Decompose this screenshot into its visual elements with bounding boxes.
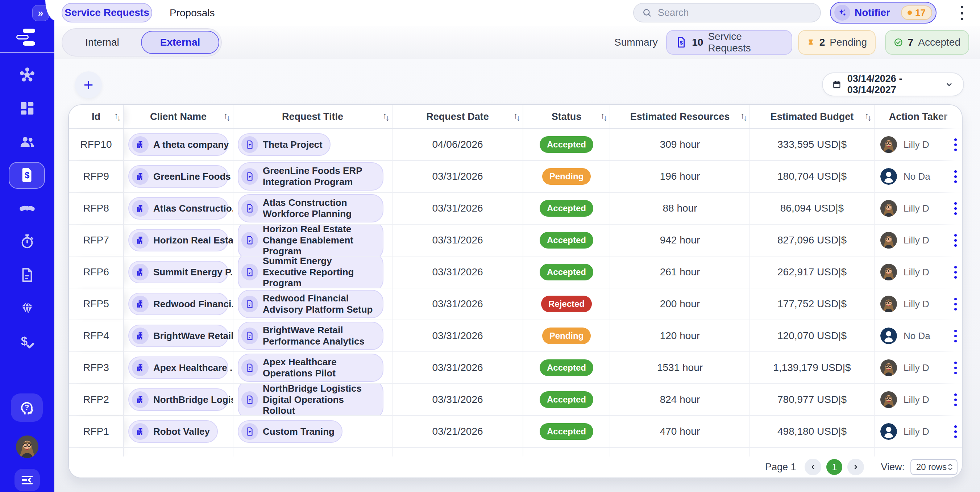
request-title: Atlas Construction Workforce Planning xyxy=(263,197,375,219)
sidebar-item-clients[interactable] xyxy=(0,129,54,155)
sidebar-item-hub[interactable] xyxy=(0,62,54,88)
document-icon xyxy=(245,299,255,309)
table-row: RFP2 NorthBridge Logis... NorthBridge Lo… xyxy=(69,384,962,416)
request-title-chip[interactable]: Horizon Real Estate Change Enablement Pr… xyxy=(238,225,383,256)
client-chip[interactable]: GreenLine Foods xyxy=(128,165,228,188)
row-menu-button[interactable] xyxy=(954,234,957,247)
client-name: A theta company xyxy=(153,139,229,150)
request-title-chip[interactable]: NorthBridge Logistics Digital Operations… xyxy=(238,384,383,415)
request-title-chip[interactable]: BrightWave Retail Performance Analytics xyxy=(238,322,383,350)
client-chip[interactable]: Summit Energy P... xyxy=(128,261,228,283)
cell-client-name: Atlas Constructio... xyxy=(124,193,234,224)
column-header-request-title[interactable]: Request Title↑↓ xyxy=(234,105,393,128)
client-chip[interactable]: Apex Healthcare ... xyxy=(128,357,228,379)
sidebar-expand-button[interactable]: » xyxy=(32,5,49,21)
column-header-estimated-resources[interactable]: Estimated Resources↑↓ xyxy=(610,105,750,128)
row-menu-button[interactable] xyxy=(954,394,957,406)
row-menu-button[interactable] xyxy=(954,330,957,342)
next-page-button[interactable] xyxy=(847,459,864,475)
building-icon-wrap xyxy=(132,391,149,408)
client-name: BrightWave Retail xyxy=(153,330,234,342)
client-chip[interactable]: BrightWave Retail xyxy=(128,325,228,347)
sidebar-item-partnerships[interactable] xyxy=(0,195,54,221)
column-header-client-name[interactable]: Client Name↑↓ xyxy=(124,105,234,128)
client-name: NorthBridge Logis... xyxy=(153,394,234,405)
document-icon xyxy=(245,267,255,277)
request-title-chip[interactable]: Theta Project xyxy=(238,133,331,156)
row-menu-button[interactable] xyxy=(954,266,957,279)
request-title-chip[interactable]: Redwood Financial Advisory Platform Setu… xyxy=(238,290,383,318)
request-title-chip[interactable]: Atlas Construction Workforce Planning xyxy=(238,194,383,222)
column-header-estimated-budget[interactable]: Estimated Budget↑↓ xyxy=(750,105,875,128)
tab-proposals[interactable]: Proposals xyxy=(170,0,215,26)
current-page-button[interactable]: 1 xyxy=(826,459,842,475)
document-icon xyxy=(245,140,255,149)
notifier-label: Notifier xyxy=(854,7,890,19)
cell-estimated-resources: 824 hour xyxy=(610,384,750,415)
column-header-id[interactable]: Id↑↓ xyxy=(69,105,124,128)
status-badge: Pending xyxy=(542,327,591,344)
client-chip[interactable]: Robot Valley xyxy=(128,420,218,443)
cell-estimated-budget: 498,180 USD|$ xyxy=(750,416,875,447)
document-icon-wrap xyxy=(241,296,258,312)
table-row: RFP9 GreenLine Foods GreenLine Foods ERP… xyxy=(69,161,962,193)
date-range-picker[interactable]: 03/14/2026 - 03/14/2027 xyxy=(822,73,964,96)
notifier-badge: 17 xyxy=(901,5,932,20)
summary-badge-pending[interactable]: 2 Pending xyxy=(798,30,876,55)
client-chip[interactable]: Atlas Constructio... xyxy=(128,197,228,219)
search-input[interactable] xyxy=(658,7,812,19)
client-chip[interactable]: Redwood Financi... xyxy=(128,293,228,315)
sidebar-item-documents[interactable] xyxy=(0,262,54,288)
avatar-photo xyxy=(880,391,897,408)
user-avatar[interactable] xyxy=(16,435,38,458)
request-title-chip[interactable]: Custom Traning xyxy=(238,420,342,443)
request-title-chip[interactable]: GreenLine Foods ERP Integration Program xyxy=(238,162,383,190)
column-header-request-date[interactable]: Request Date↑↓ xyxy=(393,105,523,128)
action-taker-name: Lilly D xyxy=(904,203,929,214)
add-request-button[interactable]: + xyxy=(75,71,102,98)
client-chip[interactable]: Horizon Real Esta... xyxy=(128,229,228,251)
help-assistant-button[interactable]: ? xyxy=(11,394,43,422)
client-chip[interactable]: A theta company xyxy=(128,133,228,156)
row-menu-button[interactable] xyxy=(954,298,957,311)
cell-estimated-resources: 88 hour xyxy=(610,193,750,224)
client-chip[interactable]: NorthBridge Logis... xyxy=(128,388,228,411)
request-title: Redwood Financial Advisory Platform Setu… xyxy=(263,293,375,315)
sidebar-item-assets[interactable] xyxy=(0,295,54,321)
request-title-chip[interactable]: Summit Energy Executive Reporting Progra… xyxy=(238,257,383,288)
rows-per-page-select[interactable]: 20 rows xyxy=(910,459,958,475)
cell-estimated-budget: 177,752 USD|$ xyxy=(750,288,875,319)
row-menu-button[interactable] xyxy=(954,138,957,151)
segment-internal[interactable]: Internal xyxy=(62,29,142,56)
column-header-action-taker[interactable]: Action Taker xyxy=(875,105,962,128)
column-header-status[interactable]: Status↑↓ xyxy=(523,105,610,128)
cell-request-title: Redwood Financial Advisory Platform Setu… xyxy=(234,288,393,319)
building-icon xyxy=(135,395,145,404)
sidebar-item-dashboard[interactable] xyxy=(0,95,54,121)
summary-badge-service-requests[interactable]: $ 10 Service Requests xyxy=(666,30,792,55)
row-menu-button[interactable] xyxy=(954,170,957,183)
cell-estimated-budget: 827,096 USD|$ xyxy=(750,225,875,256)
action-taker-name: Lilly D xyxy=(904,298,929,310)
sidebar-collapse-button[interactable] xyxy=(14,469,40,491)
summary-badge-accepted[interactable]: 7 Accepted xyxy=(885,30,969,55)
sidebar-item-time-tracking[interactable] xyxy=(0,229,54,255)
summary-label: Summary xyxy=(614,26,658,59)
tab-service-requests[interactable]: Service Requests xyxy=(62,3,152,22)
segment-external[interactable]: External xyxy=(141,31,219,54)
row-menu-button[interactable] xyxy=(954,362,957,374)
topbar-menu-button[interactable] xyxy=(958,6,966,20)
chevron-left-icon xyxy=(809,463,816,471)
cell-request-title: GreenLine Foods ERP Integration Program xyxy=(234,161,393,192)
request-title-chip[interactable]: Apex Healthcare Operations Pilot xyxy=(238,354,383,381)
previous-page-button[interactable] xyxy=(805,459,821,475)
notifier-button[interactable]: Notifier 17 xyxy=(830,2,937,24)
row-menu-button[interactable] xyxy=(954,425,957,438)
sort-icon: ↑↓ xyxy=(224,112,229,122)
sidebar-item-billing[interactable]: $ xyxy=(0,329,54,355)
document-icon xyxy=(245,395,255,404)
row-menu-button[interactable] xyxy=(954,202,957,215)
sidebar-item-service-requests[interactable]: $ xyxy=(0,162,54,188)
cell-client-name: BrightWave Retail xyxy=(124,320,234,351)
search-bar[interactable] xyxy=(633,3,821,22)
